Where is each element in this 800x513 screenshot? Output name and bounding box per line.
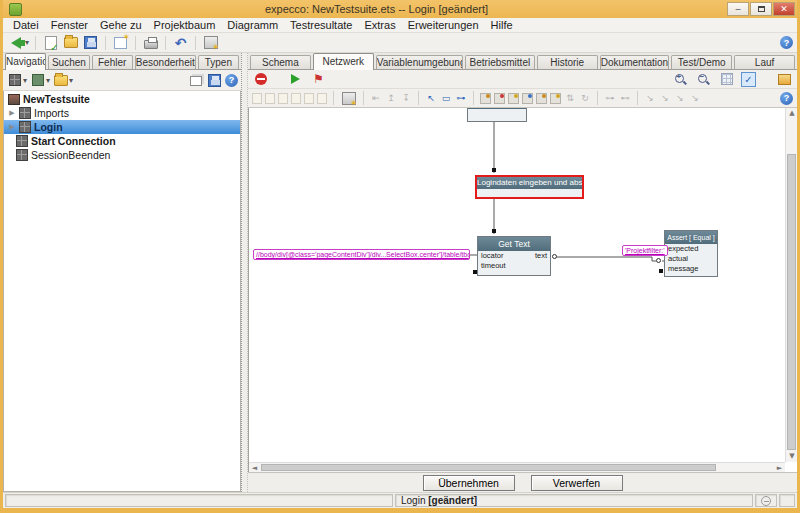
run-button[interactable] xyxy=(287,71,304,87)
new-element-dropdown[interactable]: ▾ xyxy=(46,76,50,85)
resize-node-icon[interactable]: ▭ xyxy=(440,92,452,104)
copy-step-icon[interactable] xyxy=(252,93,262,104)
status-resize-segment[interactable] xyxy=(779,494,795,507)
remove-pin-icon[interactable] xyxy=(494,93,505,104)
title-bar[interactable]: expecco: NewTestsuite.ets -- Login [geän… xyxy=(3,0,797,18)
help-button[interactable]: ? xyxy=(780,36,793,49)
xpath-value-label[interactable]: //body/div[@class='pageContentDiv']/div.… xyxy=(253,249,470,260)
output-pin-text[interactable]: text xyxy=(535,251,547,261)
open-file-button[interactable] xyxy=(62,35,79,51)
undo-button[interactable]: ↶ xyxy=(172,35,189,51)
tab-historie[interactable]: Historie xyxy=(537,55,598,69)
tab-lauf[interactable]: Lauf xyxy=(734,55,795,69)
tab-test-demo[interactable]: Test/Demo xyxy=(671,55,732,69)
input-pin-actual[interactable]: actual xyxy=(668,254,688,264)
network-canvas[interactable]: Logindaten eingeben und absenden Get Tex… xyxy=(249,108,785,462)
new-folder-button[interactable] xyxy=(52,72,69,88)
tree-item-login[interactable]: ▶ Login xyxy=(4,120,240,134)
back-button[interactable] xyxy=(7,35,24,51)
text-output-connector[interactable] xyxy=(552,254,557,259)
connect-horizontal-icon[interactable]: ⊶ xyxy=(604,92,616,104)
new-block-button[interactable] xyxy=(6,72,23,88)
menu-erweiterungen[interactable]: Erweiterungen xyxy=(402,18,485,33)
tab-typen[interactable]: Typen xyxy=(198,55,239,69)
scroll-down-icon[interactable]: ▼ xyxy=(786,451,797,462)
route-wire2-icon[interactable]: ↘ xyxy=(659,92,671,104)
diagram-block-partial[interactable] xyxy=(467,108,527,122)
menu-datei[interactable]: Datei xyxy=(7,18,45,33)
breakpoint-button[interactable] xyxy=(776,71,793,87)
align-left-icon[interactable]: ⇤ xyxy=(370,92,382,104)
menu-testresultate[interactable]: Testresultate xyxy=(284,18,358,33)
new-element-button[interactable] xyxy=(29,72,46,88)
reload-icon[interactable]: ↻ xyxy=(579,92,591,104)
tab-besonderheiten[interactable]: Besonderheiten xyxy=(135,55,196,69)
route-wire3-icon[interactable]: ↘ xyxy=(674,92,686,104)
new-window-button[interactable] xyxy=(112,35,129,51)
save-button[interactable] xyxy=(82,35,99,51)
settings-button[interactable] xyxy=(202,35,219,51)
route-wire-icon[interactable]: ↘ xyxy=(644,92,656,104)
diagram-block-logindaten[interactable]: Logindaten eingeben und absenden xyxy=(475,175,584,199)
select-mode-button[interactable]: ✓ xyxy=(741,72,756,87)
route-wire4-icon[interactable]: ↘ xyxy=(689,92,701,104)
tab-fehler[interactable]: Fehler xyxy=(92,55,133,69)
debug-button[interactable]: ⚑ xyxy=(310,71,327,87)
new-block-dropdown[interactable]: ▾ xyxy=(23,76,27,85)
message-pin-marker[interactable] xyxy=(659,269,663,273)
tab-schema[interactable]: Schema xyxy=(250,55,311,69)
tree-item-start-connection[interactable]: Start Connection xyxy=(4,134,240,148)
input-pin-message[interactable]: message xyxy=(668,264,698,274)
align-top-icon[interactable]: ↥ xyxy=(385,92,397,104)
tab-betriebsmittel[interactable]: Betriebsmittel xyxy=(465,55,535,69)
accept-button[interactable]: ✓ xyxy=(42,35,59,51)
menu-diagramm[interactable]: Diagramm xyxy=(221,18,284,33)
tree-item-sessionbeenden[interactable]: SessionBeenden xyxy=(4,148,240,162)
export-step-icon[interactable] xyxy=(304,93,314,104)
tree-item-newtestsuite[interactable]: NewTestsuite xyxy=(4,92,240,106)
freeze-pin-icon[interactable] xyxy=(536,93,547,104)
minimize-button[interactable]: – xyxy=(727,2,749,16)
horizontal-scrollbar[interactable]: ◄ ► xyxy=(249,462,785,472)
save-view-button[interactable] xyxy=(206,72,223,88)
connect-vertical-icon[interactable]: ⊷ xyxy=(619,92,631,104)
menu-extras[interactable]: Extras xyxy=(358,18,401,33)
expand-icon[interactable]: ⇅ xyxy=(564,92,576,104)
maximize-button[interactable] xyxy=(750,2,772,16)
network-help-button[interactable]: ? xyxy=(780,92,793,105)
tab-netzwerk[interactable]: Netzwerk xyxy=(313,53,374,70)
zoom-out-button[interactable]: − xyxy=(695,71,712,87)
template-step-icon[interactable] xyxy=(317,93,327,104)
expand-arrow-icon[interactable]: ▶ xyxy=(8,109,16,117)
import-step-icon[interactable] xyxy=(291,93,301,104)
tab-navigation[interactable]: Navigation xyxy=(5,53,46,70)
grid-toggle-button[interactable] xyxy=(718,71,735,87)
tree-help-button[interactable]: ? xyxy=(225,74,238,87)
menu-hilfe[interactable]: Hilfe xyxy=(485,18,519,33)
palette-button[interactable] xyxy=(340,90,357,106)
tab-suchen[interactable]: Suchen xyxy=(48,55,89,69)
projektfilter-value-label[interactable]: 'Projektfilter:' xyxy=(622,245,668,256)
menu-gehe-zu[interactable]: Gehe zu xyxy=(94,18,148,33)
tab-variablenumgebung[interactable]: Variablenumgebung xyxy=(376,55,463,69)
discard-button[interactable]: Verwerfen xyxy=(531,475,623,491)
tab-dokumentation[interactable]: Dokumentation xyxy=(600,55,670,69)
duplicate-step-icon[interactable] xyxy=(278,93,288,104)
diagram-block-assert[interactable]: Assert [ Equal ] expected actual message xyxy=(664,230,718,277)
hscroll-thumb[interactable] xyxy=(261,464,716,471)
actual-input-connector[interactable] xyxy=(656,258,661,263)
scroll-up-icon[interactable]: ▲ xyxy=(786,108,797,119)
input-pin-timeout[interactable]: timeout xyxy=(481,261,506,271)
auto-connect-icon[interactable]: ⊶ xyxy=(455,92,467,104)
vertical-scrollbar[interactable]: ▲ ▼ xyxy=(785,108,797,462)
tree-item-imports[interactable]: ▶ Imports xyxy=(4,106,240,120)
input-pin-locator[interactable]: locator xyxy=(481,251,504,261)
timeout-pin-marker[interactable] xyxy=(473,270,477,274)
add-output-pin-icon[interactable] xyxy=(508,93,519,104)
expand-arrow-icon[interactable]: ▶ xyxy=(8,123,16,131)
distribute-icon[interactable]: ↧ xyxy=(400,92,412,104)
paste-step-icon[interactable] xyxy=(265,93,275,104)
menu-fenster[interactable]: Fenster xyxy=(45,18,94,33)
zoom-in-button[interactable]: + xyxy=(672,71,689,87)
apply-button[interactable]: Übernehmen xyxy=(423,475,515,491)
